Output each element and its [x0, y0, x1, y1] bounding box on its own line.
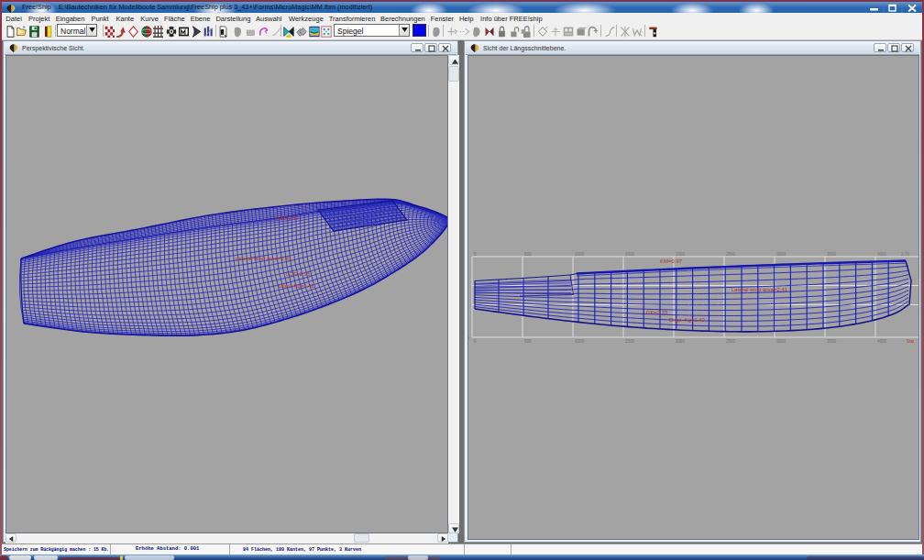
svg-text:1500: 1500 [625, 339, 635, 344]
svg-text:2000: 2000 [676, 252, 686, 257]
svg-text:500: 500 [524, 339, 532, 344]
svg-text:Displ. Kg=1.42: Displ. Kg=1.42 [669, 317, 706, 323]
svg-text:Lateral wind area=2.41: Lateral wind area=2.41 [732, 287, 788, 292]
svg-text:3500: 3500 [827, 339, 837, 344]
svg-text:4000: 4000 [877, 252, 887, 257]
svg-text:2500: 2500 [726, 252, 736, 257]
svg-text:2000: 2000 [676, 339, 686, 344]
svg-text:Displ. Kg=1.42: Displ. Kg=1.42 [279, 283, 315, 289]
svg-text:Lateral wind area=2.41: Lateral wind area=2.41 [236, 256, 292, 261]
svg-text:3500: 3500 [827, 252, 837, 257]
svg-text:2-70: 2-70 [901, 252, 910, 257]
svg-text:GF=2.35: GF=2.35 [646, 310, 668, 315]
svg-text:Stat: Stat [907, 339, 915, 344]
svg-text:1500: 1500 [625, 252, 635, 257]
svg-text:2500: 2500 [726, 339, 736, 344]
svg-text:3000: 3000 [776, 252, 786, 257]
svg-text:KM=0.97: KM=0.97 [660, 258, 683, 264]
svg-text:500: 500 [524, 252, 532, 257]
svg-text:KM=0.97: KM=0.97 [277, 215, 300, 221]
svg-text:LCF=2.35: LCF=2.35 [286, 271, 311, 277]
svg-text:1000: 1000 [575, 252, 585, 257]
svg-text:4000: 4000 [877, 339, 887, 344]
svg-text:1000: 1000 [575, 339, 585, 344]
svg-text:3000: 3000 [776, 339, 786, 344]
